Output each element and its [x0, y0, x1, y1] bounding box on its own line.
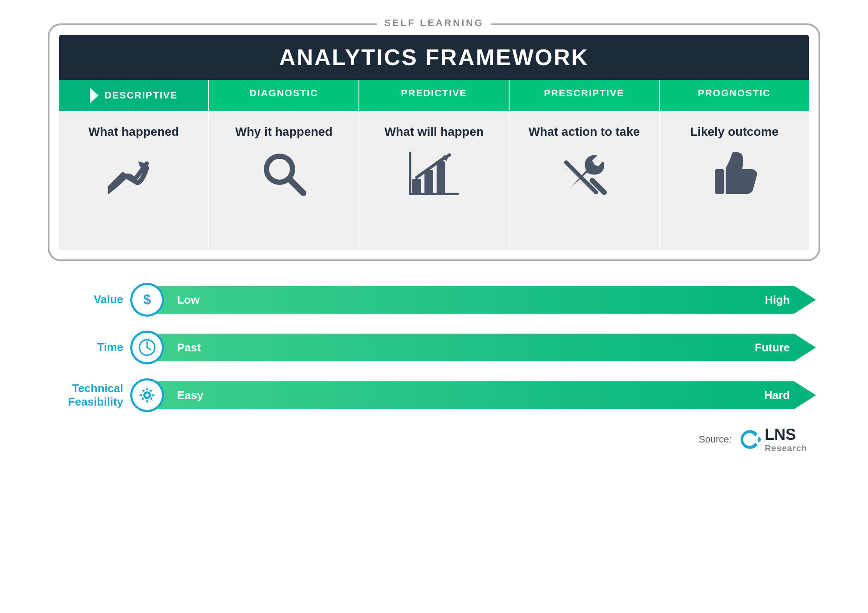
- svg-line-3: [289, 179, 303, 193]
- metrics-section: Value $ Low High Time Past Future: [48, 283, 820, 453]
- metric-label-time: Time: [52, 341, 130, 354]
- arrow-left-feasibility: Easy: [177, 389, 204, 402]
- svg-text:$: $: [143, 292, 151, 308]
- svg-marker-19: [758, 436, 761, 443]
- col-content-predictive: What will happen: [358, 111, 509, 250]
- self-learning-label: SELF LEARNING: [48, 17, 820, 29]
- col-header-prognostic: PROGNOSTIC: [659, 80, 809, 111]
- lns-logo: LNS Research: [739, 426, 807, 453]
- framework-border: ANALYTICS FRAMEWORK DESCRIPTIVE DIAGNOST…: [48, 23, 820, 261]
- lns-text: LNS Research: [765, 426, 807, 453]
- arrow-right-feasibility: Hard: [764, 389, 790, 402]
- col-desc-diagnostic: Why it happened: [235, 124, 332, 140]
- col-content-descriptive: What happened: [59, 111, 208, 250]
- svg-rect-6: [437, 161, 445, 194]
- col-content-diagnostic: Why it happened: [208, 111, 358, 250]
- metric-label-value: Value: [52, 293, 130, 306]
- columns-header: DESCRIPTIVE DIAGNOSTIC PREDICTIVE PRESCR…: [59, 80, 809, 111]
- metric-row-time: Time Past Future: [52, 331, 816, 364]
- svg-rect-5: [424, 170, 433, 194]
- col-header-prescriptive: PRESCRIPTIVE: [509, 80, 659, 111]
- col-header-diagnostic: DIAGNOSTIC: [208, 80, 358, 111]
- gear-icon: [138, 386, 156, 404]
- col-header-descriptive: DESCRIPTIVE: [59, 80, 208, 111]
- metric-row-value: Value $ Low High: [52, 283, 816, 317]
- metric-circle-feasibility: [130, 378, 164, 412]
- arrow-left-time: Past: [177, 341, 201, 354]
- arrow-left-value: Low: [177, 293, 200, 307]
- arrow-right-time: Future: [755, 341, 790, 354]
- dollar-icon: $: [138, 291, 156, 309]
- svg-line-16: [147, 347, 151, 350]
- arrow-right-value: High: [765, 293, 790, 307]
- self-learning-section: SELF LEARNING ANALYTICS FRAMEWORK DESCRI…: [48, 17, 820, 261]
- search-icon: [258, 148, 310, 200]
- chart-bar-trend-icon: [408, 148, 460, 200]
- lns-logo-icon: [739, 428, 761, 451]
- col-desc-prognostic: Likely outcome: [690, 124, 779, 140]
- col-desc-descriptive: What happened: [89, 124, 179, 140]
- clock-icon: [138, 338, 156, 357]
- trend-up-icon: [108, 148, 160, 200]
- col-desc-predictive: What will happen: [385, 124, 484, 140]
- metric-label-feasibility: Technical Feasibility: [52, 382, 130, 409]
- wrench-cross-icon: [558, 148, 610, 200]
- svg-point-18: [145, 393, 150, 398]
- col-desc-prescriptive: What action to take: [529, 124, 640, 140]
- source-row: Source: LNS Research: [52, 426, 816, 453]
- col-content-prescriptive: What action to take: [509, 111, 659, 250]
- metric-circle-time: [130, 331, 164, 364]
- metric-row-feasibility: Technical Feasibility Easy Hard: [52, 378, 816, 412]
- source-label: Source:: [699, 434, 732, 445]
- arrow-bar-time: Past Future: [155, 334, 816, 361]
- columns-content: What happened: [59, 111, 809, 250]
- col-content-prognostic: Likely outcome: [659, 111, 809, 250]
- metric-circle-value: $: [130, 283, 164, 317]
- arrow-bar-value: Low High: [155, 286, 816, 314]
- svg-rect-12: [715, 169, 724, 194]
- col-header-predictive: PREDICTIVE: [358, 80, 509, 111]
- framework-title: ANALYTICS FRAMEWORK: [59, 35, 809, 80]
- thumbs-up-icon: [708, 148, 760, 200]
- svg-rect-4: [412, 179, 421, 194]
- arrow-bar-feasibility: Easy Hard: [155, 381, 816, 409]
